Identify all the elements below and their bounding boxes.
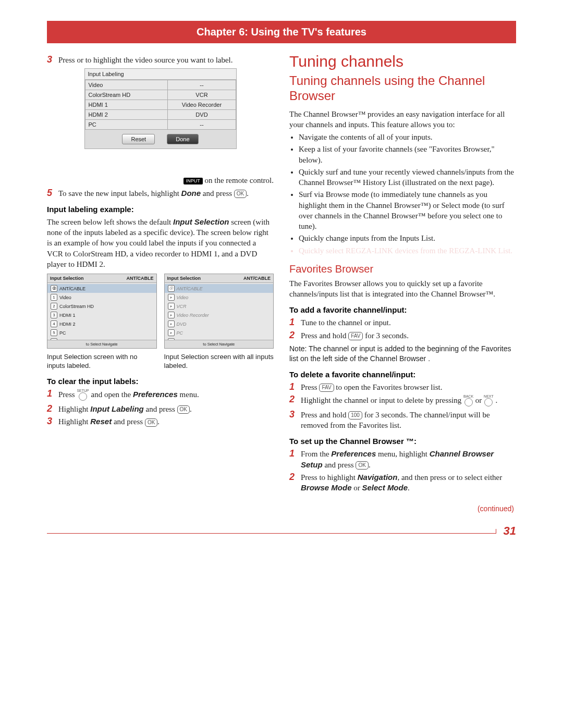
input-value: VCR (168, 90, 236, 100)
arrow-key-icon: NEXT (484, 394, 494, 408)
text: Press (301, 383, 319, 391)
del-step-1: 1 Press FAV to open the Favorites browse… (289, 382, 516, 392)
panel-footer: to Select Navigate (47, 340, 156, 348)
step-text: Press and hold 100 for 3 seconds. The ch… (301, 410, 516, 431)
paragraph: The screen below left shows the default … (47, 217, 274, 269)
idx-icon: ▸ (168, 294, 175, 301)
text: and press (144, 405, 177, 413)
footer-rule (47, 529, 496, 534)
delete-favorite-heading: To delete a favorite channel/input: (289, 370, 516, 379)
setup-browser-heading: To set up the Channel Browser ™: (289, 437, 516, 446)
panel-header: Input Selection ANT/CABLE (165, 274, 274, 283)
emph: Preferences (331, 449, 376, 458)
list-item-faded: Quickly select REGZA-LINK devices from t… (299, 245, 516, 256)
text: Press and hold (301, 411, 348, 419)
list-item: ⦿ANT/CABLE (165, 284, 274, 293)
emph: Input Labeling (90, 404, 144, 413)
step-number: 3 (289, 410, 301, 420)
list-item: 5PC (47, 328, 156, 337)
text: on the remote control. (205, 176, 274, 184)
example-panels: Input Selection ANT/CABLE ⦿ANT/CABLE 1Vi… (47, 274, 274, 349)
emph: Browse Mode (301, 483, 352, 492)
dialog-buttons: Reset Done (85, 130, 236, 149)
panel-subtitle: ANT/CABLE (127, 276, 154, 281)
del-step-3: 3 Press and hold 100 for 3 seconds. The … (289, 410, 516, 431)
text: Press and hold (301, 331, 348, 340)
step-text: Press SETUP and open the Preferences men… (58, 389, 274, 402)
list-item: ▸Video Recorder (165, 311, 274, 319)
key-label: SETUP (77, 389, 89, 392)
item-label: ColorStream HD (59, 304, 94, 309)
panel-header: Input Selection ANT/CABLE (47, 274, 156, 283)
right-column: Tuning channels Tuning channels using th… (289, 53, 516, 513)
list-item: ⦿ANT/CABLE (47, 284, 156, 293)
list-item: 2ColorStream HD (47, 302, 156, 311)
step-text: From the Preferences menu, highlight Cha… (301, 449, 516, 470)
dialog-title: Input Labeling (85, 69, 236, 80)
favorites-browser-heading: Favorites Browser (289, 263, 516, 275)
list-item: 4HDMI 2 (47, 319, 156, 328)
add-step-1: 1 Tune to the channel or input. (289, 317, 516, 328)
clear-step-2: 2 Highlight Input Labeling and press OK. (47, 404, 274, 414)
input-labeling-example-heading: Input labeling example: (47, 205, 274, 214)
text: and press (323, 461, 356, 469)
text: . (408, 484, 410, 492)
add-favorite-heading: To add a favorite channel/input: (289, 305, 516, 314)
step-number: 5 (47, 188, 58, 199)
step-number: 2 (289, 394, 301, 405)
continued-label: (continued) (289, 504, 516, 513)
item-label: HDMI 2 (59, 322, 76, 327)
input-name: PC (85, 120, 168, 130)
idx-icon: 2 (51, 303, 57, 310)
panel-list: ⦿ANT/CABLE 1Video 2ColorStream HD 3HDMI … (47, 283, 156, 347)
text: to open the Favorites browser list. (334, 383, 443, 391)
add-step-2: 2 Press and hold FAV for 3 seconds. (289, 330, 516, 341)
clear-step-1: 1 Press SETUP and open the Preferences m… (47, 389, 274, 402)
set-step-1: 1 From the Preferences menu, highlight C… (289, 449, 516, 470)
input-value: Video Recorder (168, 100, 236, 110)
text: and press (112, 417, 145, 426)
step-text: Press or to highlight the video source y… (58, 55, 274, 65)
dialog-table: Video-- ColorStream HDVCR HDMI 1Video Re… (85, 80, 236, 130)
idx-icon: 3 (51, 312, 57, 318)
ok-key-icon: OK (234, 190, 247, 198)
set-step-2: 2 Press to highlight Navigation, and the… (289, 472, 516, 493)
item-label: PC (59, 330, 66, 336)
idx-icon: ▸ (168, 312, 175, 318)
text: Press to highlight (301, 473, 358, 482)
step-text: Highlight Reset and press OK. (58, 416, 274, 427)
caption-left: Input Selection screen with no inputs la… (47, 353, 157, 371)
done-button[interactable]: Done (167, 134, 198, 144)
chapter-header: Chapter 6: Using the TV's features (47, 21, 516, 43)
input-value: -- (168, 120, 236, 130)
list-item: ▸PC (165, 328, 274, 337)
emph: Reset (90, 417, 112, 426)
text: Press (58, 390, 77, 399)
step-text: Press to highlight Navigation, and then … (301, 472, 516, 493)
columns: 3 Press or to highlight the video source… (47, 53, 516, 513)
caption-right: Input Selection screen with all inputs l… (164, 353, 274, 371)
idx-icon: 4 (51, 320, 57, 327)
tuning-channels-heading: Tuning channels (289, 53, 516, 70)
fav-key-icon: FAV (319, 384, 334, 392)
item-label: Video Recorder (177, 313, 209, 318)
dialog-row: ColorStream HDVCR (85, 90, 236, 100)
emph: Input Selection (173, 217, 229, 226)
page: Chapter 6: Using the TV's features 3 Pre… (47, 21, 516, 538)
text: or (352, 484, 362, 492)
dialog-row: HDMI 2DVD (85, 110, 236, 120)
left-column: 3 Press or to highlight the video source… (47, 53, 274, 513)
step-number: 3 (47, 416, 58, 427)
text: menu, highlight (376, 450, 430, 458)
list-item: 3HDMI 1 (47, 311, 156, 319)
item-label: HDMI 1 (59, 313, 76, 318)
input-value: -- (168, 80, 236, 90)
del-step-2: 2 Highlight the channel or input to dele… (289, 394, 516, 408)
page-number: 31 (496, 524, 516, 538)
text: or (473, 396, 484, 404)
idx-icon: ▸ (168, 329, 175, 336)
step-text: INPUT on the remote control. (58, 175, 274, 186)
ok-key-icon: OK (356, 461, 368, 470)
reset-button[interactable]: Reset (122, 134, 155, 144)
step-text: Press and hold FAV for 3 seconds. (301, 330, 516, 341)
